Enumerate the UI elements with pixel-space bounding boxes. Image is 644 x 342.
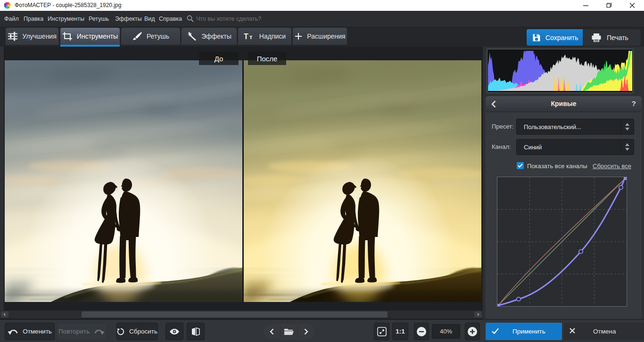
svg-text:T: T	[244, 33, 248, 41]
svg-text:т: т	[249, 33, 252, 41]
